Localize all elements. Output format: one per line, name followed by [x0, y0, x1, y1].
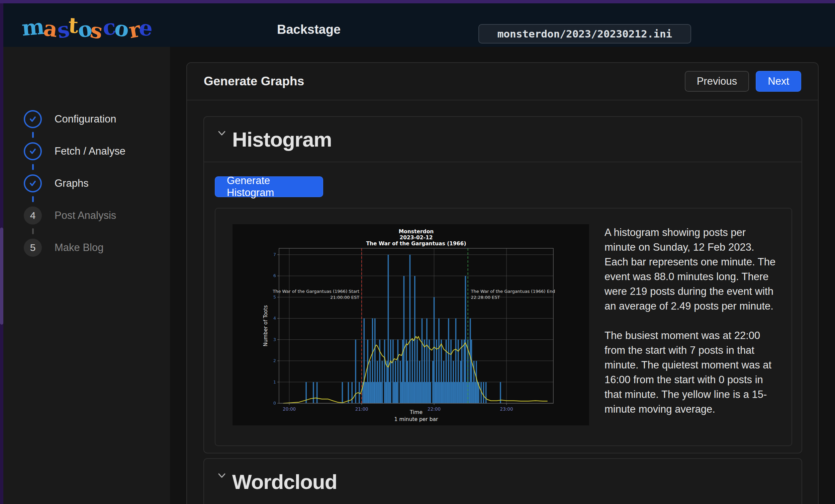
app-header: mastoscore Backstage monsterdon/2023/202… — [3, 3, 835, 47]
svg-text:22:00: 22:00 — [428, 406, 441, 411]
left-scrollbar-thumb[interactable] — [0, 227, 3, 325]
step-number-badge: 5 — [24, 239, 42, 257]
sidebar-item-make-blog[interactable]: 5 Make Blog — [3, 239, 170, 257]
histogram-description: A histogram showing posts per minute on … — [605, 225, 778, 417]
step-check-icon — [24, 142, 42, 160]
svg-text:5: 5 — [273, 295, 276, 300]
chevron-down-icon[interactable] — [218, 472, 226, 479]
svg-text:21:00: 21:00 — [355, 406, 368, 411]
page: mastoscore Backstage monsterdon/2023/202… — [0, 0, 835, 504]
description-paragraph-1: A histogram showing posts per minute on … — [605, 225, 778, 314]
step-number-badge: 4 — [24, 206, 42, 225]
wordcloud-section: Wordcloud — [203, 458, 802, 504]
step-connector — [32, 132, 34, 138]
page-title: Backstage — [277, 3, 341, 47]
generate-histogram-button[interactable]: Generate Histogram — [215, 176, 323, 197]
step-label: Make Blog — [55, 242, 103, 254]
next-button[interactable]: Next — [756, 71, 801, 92]
svg-text:0: 0 — [273, 401, 276, 406]
step-label: Graphs — [55, 177, 89, 189]
svg-text:The War of the Gargantuas (196: The War of the Gargantuas (1966) Start — [272, 289, 359, 294]
previous-button[interactable]: Previous — [685, 71, 749, 92]
svg-text:The War of the Gargantuas (196: The War of the Gargantuas (1966) — [366, 241, 466, 247]
card-header: Generate Graphs Previous Next — [187, 63, 818, 100]
left-scrollbar-track — [0, 3, 3, 504]
histogram-section: Histogram Generate Histogram The War of … — [203, 116, 802, 453]
step-check-icon — [24, 110, 42, 128]
main-area: Generate Graphs Previous Next Histogram … — [170, 47, 835, 504]
sidebar-item-post-analysis[interactable]: 4 Post Analysis — [3, 206, 170, 225]
histogram-figure-box: The War of the Gargantuas (1966) Start21… — [215, 208, 792, 446]
sidebar-item-graphs[interactable]: Graphs — [3, 174, 170, 193]
step-label: Fetch / Analyse — [55, 145, 125, 157]
chevron-down-icon[interactable] — [218, 130, 226, 137]
svg-text:7: 7 — [273, 252, 276, 257]
svg-text:1: 1 — [273, 380, 276, 385]
svg-text:22:28:00 EST: 22:28:00 EST — [471, 295, 500, 300]
svg-text:2023-02-12: 2023-02-12 — [400, 235, 432, 241]
svg-text:21:00:00 EST: 21:00:00 EST — [330, 295, 359, 300]
window-top-border — [0, 0, 835, 3]
svg-text:23:00: 23:00 — [500, 406, 513, 411]
mastoscore-logo[interactable]: mastoscore — [22, 13, 152, 41]
sidebar-item-configuration[interactable]: Configuration — [3, 110, 170, 128]
steps-sidebar: Configuration Fetch / Analyse Graphs 4 P… — [3, 47, 170, 504]
step-label: Configuration — [55, 113, 116, 125]
svg-text:2: 2 — [273, 358, 276, 363]
histogram-chart-image: The War of the Gargantuas (1966) Start21… — [232, 224, 589, 425]
wordcloud-section-header[interactable]: Wordcloud — [204, 459, 801, 504]
step-connector — [32, 164, 34, 170]
config-file-badge[interactable]: monsterdon/2023/20230212.ini — [478, 24, 691, 43]
step-label: Post Analysis — [55, 209, 116, 222]
step-connector — [32, 228, 34, 234]
svg-text:3: 3 — [273, 337, 276, 342]
svg-text:1 minute per bar: 1 minute per bar — [394, 416, 438, 422]
generate-graphs-card: Generate Graphs Previous Next Histogram … — [186, 62, 819, 504]
svg-text:Time: Time — [409, 409, 423, 415]
svg-text:The War of the Gargantuas (196: The War of the Gargantuas (1966) End — [471, 289, 555, 294]
step-check-icon — [24, 174, 42, 193]
wordcloud-title: Wordcloud — [232, 470, 337, 493]
sidebar-item-fetch-analyse[interactable]: Fetch / Analyse — [3, 142, 170, 160]
step-connector — [32, 196, 34, 202]
histogram-section-header[interactable]: Histogram — [204, 117, 801, 162]
svg-text:Number of Toots: Number of Toots — [263, 305, 269, 346]
histogram-title: Histogram — [232, 127, 332, 151]
svg-text:6: 6 — [273, 273, 276, 278]
svg-text:Monsterdon: Monsterdon — [399, 228, 434, 235]
card-title: Generate Graphs — [204, 74, 685, 88]
description-paragraph-2: The busiest moment was at 22:00 from the… — [605, 328, 778, 417]
svg-text:20:00: 20:00 — [283, 406, 296, 411]
svg-text:4: 4 — [273, 316, 276, 321]
histogram-body: Generate Histogram The War of the Gargan… — [204, 162, 801, 189]
